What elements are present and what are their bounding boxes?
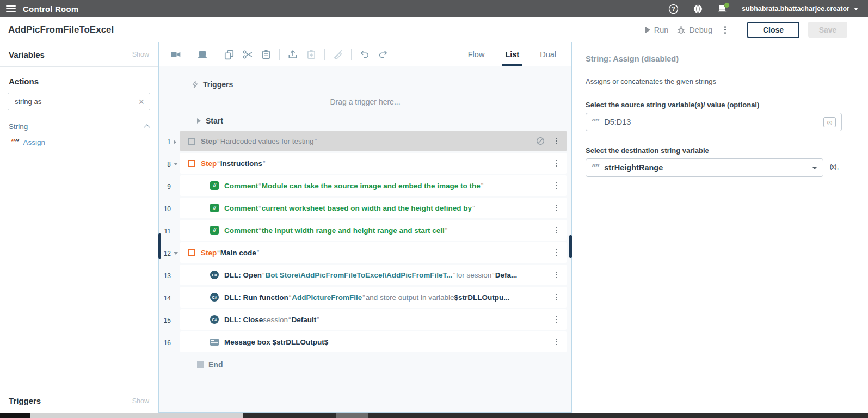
bottom-scrollbar[interactable] bbox=[0, 413, 868, 418]
right-scroll-indicator[interactable] bbox=[569, 235, 572, 258]
action-row-card[interactable]: C#DLL: Close session “Default” bbox=[180, 309, 567, 330]
panel-description: Assigns or concatenates the given string… bbox=[586, 77, 855, 85]
list-row-1: 1Step “Hardcoded values for testing” bbox=[159, 131, 571, 153]
row-options-icon[interactable] bbox=[555, 270, 559, 280]
list-row-12: 12Step “Main code” bbox=[159, 242, 571, 265]
action-row-card[interactable]: Message box $strDLLOutput$ bbox=[180, 331, 567, 352]
clear-search-icon[interactable]: × bbox=[138, 97, 144, 107]
paste-icon[interactable] bbox=[261, 49, 272, 60]
action-row-card[interactable]: //Comment “the input width range and hei… bbox=[180, 220, 567, 241]
row-gutter: 13 bbox=[159, 265, 180, 287]
action-list: Triggers Drag a trigger here... Start 1S… bbox=[159, 66, 571, 376]
create-variable-icon[interactable]: (x)+ bbox=[830, 164, 839, 171]
document-header: AddPicFromFileToExcel Run Debug Close Sa… bbox=[0, 17, 868, 42]
paste-add-icon[interactable] bbox=[306, 49, 317, 60]
upload-icon[interactable] bbox=[287, 49, 298, 60]
triggers-header: Triggers Show bbox=[0, 389, 158, 413]
chevron-down-icon[interactable] bbox=[174, 163, 178, 165]
record-icon[interactable] bbox=[170, 49, 181, 60]
step-disabled-icon bbox=[188, 138, 195, 145]
action-row-card[interactable]: Step “Main code” bbox=[180, 242, 567, 263]
end-node[interactable]: End bbox=[159, 354, 571, 376]
string-group-header[interactable]: String bbox=[9, 122, 149, 131]
chevron-up-icon bbox=[144, 124, 150, 130]
start-label: Start bbox=[206, 116, 223, 125]
assign-quotes-icon: ”” bbox=[11, 140, 19, 145]
globe-icon[interactable] bbox=[693, 4, 703, 14]
debug-button[interactable]: Debug bbox=[677, 26, 712, 34]
undo-icon[interactable] bbox=[359, 49, 370, 60]
row-options-icon[interactable] bbox=[555, 315, 559, 325]
action-row-card[interactable]: //Comment “Module can take the source im… bbox=[180, 175, 567, 196]
scrollbar-thumb[interactable] bbox=[30, 413, 243, 418]
insert-variable-icon[interactable]: (x) bbox=[823, 117, 836, 127]
copy-icon[interactable] bbox=[224, 49, 235, 60]
destination-variable-dropdown[interactable]: ”” strHeightRange bbox=[586, 158, 823, 177]
save-button[interactable]: Save bbox=[808, 22, 847, 38]
dll-icon: C# bbox=[210, 315, 219, 324]
chevron-right-icon[interactable] bbox=[174, 140, 176, 144]
row-gutter: 11 bbox=[159, 220, 180, 242]
dll-icon: C# bbox=[210, 271, 219, 279]
row-gutter: 1 bbox=[159, 131, 180, 153]
row-options-icon[interactable] bbox=[555, 203, 559, 213]
message-box-icon bbox=[210, 339, 219, 346]
row-options-icon[interactable] bbox=[555, 292, 559, 303]
row-options-icon[interactable] bbox=[555, 136, 559, 146]
row-options-icon[interactable] bbox=[555, 181, 559, 191]
list-row-9: 9//Comment “Module can take the source i… bbox=[159, 175, 571, 198]
device-connected-badge bbox=[724, 2, 730, 8]
source-string-field[interactable]: ”” D5:D13 (x) bbox=[586, 113, 842, 131]
list-row-16: 16Message box $strDLLOutput$ bbox=[159, 331, 571, 354]
run-icon bbox=[645, 27, 650, 33]
disabled-icon bbox=[536, 137, 545, 145]
row-options-icon[interactable] bbox=[555, 225, 559, 236]
step-icon bbox=[188, 160, 195, 167]
actions-search-input[interactable] bbox=[14, 97, 138, 106]
row-options-icon[interactable] bbox=[555, 337, 559, 347]
close-button[interactable]: Close bbox=[747, 22, 799, 38]
cut-icon[interactable] bbox=[242, 49, 253, 60]
triggers-section-label: Triggers bbox=[203, 80, 233, 89]
row-gutter: 14 bbox=[159, 287, 180, 309]
user-menu[interactable]: subhabrata.bhattacharjee.creator bbox=[742, 5, 858, 13]
tab-list[interactable]: List bbox=[505, 42, 519, 66]
variables-show-link[interactable]: Show bbox=[132, 51, 149, 58]
action-row-card[interactable]: C#DLL: Run function “AddPictureFromFile”… bbox=[180, 287, 567, 308]
row-options-icon[interactable] bbox=[555, 158, 559, 169]
start-icon bbox=[197, 118, 201, 124]
tab-flow[interactable]: Flow bbox=[468, 42, 485, 66]
device-status-icon[interactable] bbox=[717, 4, 728, 14]
triggers-show-link[interactable]: Show bbox=[132, 397, 149, 405]
view-tabs: Flow List Dual bbox=[468, 42, 556, 66]
desktop-icon[interactable] bbox=[197, 49, 208, 60]
lightning-icon bbox=[192, 81, 198, 89]
row-gutter: 16 bbox=[159, 331, 180, 354]
action-row-card[interactable]: Step “Hardcoded values for testing” bbox=[180, 131, 567, 151]
row-gutter: 12 bbox=[159, 242, 180, 265]
annotate-icon[interactable] bbox=[333, 49, 343, 60]
redo-icon[interactable] bbox=[378, 49, 389, 60]
help-icon[interactable]: ? bbox=[668, 4, 679, 14]
left-scroll-indicator[interactable] bbox=[158, 233, 161, 259]
tab-dual[interactable]: Dual bbox=[540, 42, 556, 66]
action-item-assign[interactable]: ”” Assign bbox=[11, 138, 149, 146]
chevron-down-icon[interactable] bbox=[174, 252, 178, 255]
scrollbar-thumb-secondary[interactable] bbox=[336, 413, 368, 418]
more-options-icon[interactable] bbox=[721, 25, 729, 35]
triggers-label: Triggers bbox=[9, 396, 41, 405]
row-number: 15 bbox=[163, 317, 171, 324]
quotes-icon: ”” bbox=[592, 165, 599, 170]
triggers-section[interactable]: Triggers bbox=[159, 76, 571, 93]
start-node[interactable]: Start bbox=[159, 111, 571, 131]
row-options-icon[interactable] bbox=[555, 248, 559, 258]
drag-trigger-hint: Drag a trigger here... bbox=[159, 93, 571, 111]
run-button[interactable]: Run bbox=[645, 26, 669, 34]
row-number: 9 bbox=[163, 183, 171, 190]
row-gutter: 9 bbox=[159, 175, 180, 198]
hamburger-menu-icon[interactable] bbox=[6, 5, 16, 12]
action-row-card[interactable]: Step “Instructions” bbox=[180, 153, 567, 174]
action-row-card[interactable]: //Comment “current worksheet based on wi… bbox=[180, 198, 567, 218]
destination-field-label: Select the destination string variable bbox=[586, 146, 855, 155]
action-row-card[interactable]: C#DLL: Open “Bot Store\AddPicFromFileToE… bbox=[180, 265, 567, 285]
